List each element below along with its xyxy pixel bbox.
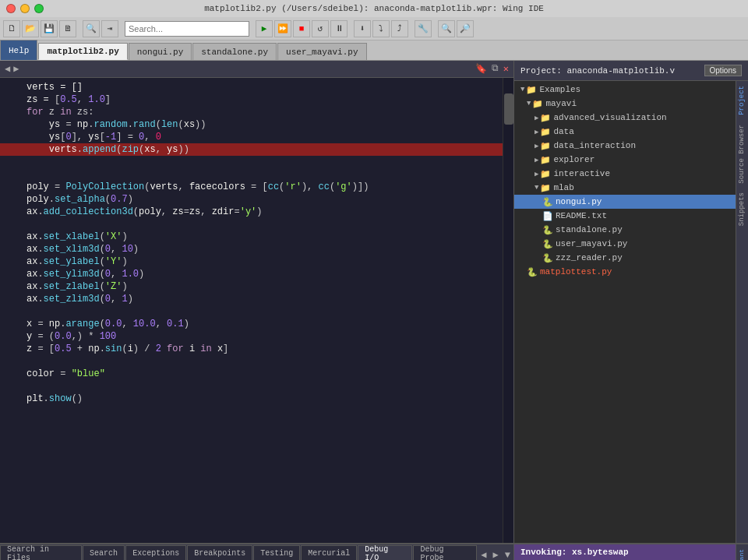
- run-debug-button[interactable]: ⏩: [274, 20, 291, 37]
- tree-item-standalone[interactable]: 🐍 standalone.py: [514, 223, 736, 237]
- tree-item-user-mayavi[interactable]: 🐍 user_mayavi.py: [514, 237, 736, 251]
- tree-item-data[interactable]: ▶ 📁 data: [514, 125, 736, 139]
- tree-item-mayavi[interactable]: ▼ 📁 mayavi: [514, 97, 736, 111]
- tree-item-matplottest[interactable]: 🐍 matplottest.py: [514, 265, 736, 279]
- bottom-layout: Search in Files Search Exceptions Breakp…: [0, 543, 748, 560]
- tab-standalone[interactable]: standalone.py: [192, 43, 277, 60]
- btab-search-files[interactable]: Search in Files: [0, 545, 82, 560]
- btab-testing[interactable]: Testing: [253, 545, 300, 560]
- project-header: Project: anaconda-matplotlib.v Options: [514, 61, 748, 81]
- run-button[interactable]: ▶: [256, 20, 273, 37]
- tree-arrow: ▼: [527, 100, 531, 107]
- code-block: verts = [] zs = [0.5, 1.0] for z in zs: …: [0, 78, 503, 408]
- source-assistant: Invoking: xs.byteswap Runtime type: func…: [514, 544, 736, 560]
- tools-button[interactable]: 🔧: [415, 20, 432, 37]
- project-tree: ▼ 📁 Examples ▼ 📁 mayavi ▶ 📁 advanced_vis…: [514, 81, 736, 543]
- nav-back-button[interactable]: ◀: [5, 63, 10, 75]
- py-special-icon: 🐍: [527, 267, 538, 277]
- side-tab-source-assistant[interactable]: Source Assistant: [736, 544, 746, 560]
- tab-matplotlib2[interactable]: matplotlib2.py: [38, 43, 127, 60]
- close-button[interactable]: [6, 4, 16, 13]
- btab-search[interactable]: Search: [83, 545, 125, 560]
- new-file-button[interactable]: 🗋: [3, 20, 20, 37]
- tree-arrow: ▶: [535, 142, 538, 150]
- tree-item-readme[interactable]: 📄 README.txt: [514, 209, 736, 223]
- sa-header-text: Invoking: xs.byteswap: [520, 548, 629, 557]
- zoom-out-button[interactable]: 🔎: [457, 20, 474, 37]
- bottom-right-side-tabs: Source Assistant ring Call Stack Indenta…: [736, 544, 748, 560]
- tree-arrow: ▼: [535, 184, 538, 192]
- tree-arrow: ▶: [535, 128, 538, 136]
- btab-debug-io[interactable]: Debug I/O: [358, 545, 412, 560]
- indent-button[interactable]: ⇥: [101, 20, 118, 37]
- tree-item-advanced-viz[interactable]: ▶ 📁 advanced_visualization: [514, 111, 736, 125]
- zoom-in-button[interactable]: 🔍: [438, 20, 455, 37]
- right-side-tabs: Project Source Browser Snippets: [736, 81, 748, 543]
- project-title: Project: anaconda-matplotlib.v: [520, 66, 675, 76]
- bottom-left: Search in Files Search Exceptions Breakp…: [0, 544, 514, 560]
- tree-item-zzz-reader[interactable]: 🐍 zzz_reader.py: [514, 251, 736, 265]
- tree-item-nongui[interactable]: 🐍 nongui.py: [514, 195, 736, 209]
- editor-scrollbar[interactable]: [503, 78, 513, 543]
- open-file-button[interactable]: 📂: [22, 20, 39, 37]
- tree-label: nongui.py: [556, 197, 602, 206]
- step-into-button[interactable]: ⬇: [354, 20, 371, 37]
- window-title: matplotlib2.py (/Users/sdeibel): anacond…: [204, 4, 544, 13]
- tab-nongui[interactable]: nongui.py: [129, 43, 192, 60]
- side-tab-source-browser[interactable]: Source Browser: [736, 120, 748, 188]
- folder-icon: 📁: [540, 141, 551, 151]
- tab-user-mayavi[interactable]: user_mayavi.py: [277, 43, 366, 60]
- nav-forward-button[interactable]: ▶: [13, 63, 19, 75]
- py-icon: 🐍: [542, 225, 553, 235]
- search-button-toolbar[interactable]: 🔍: [83, 20, 100, 37]
- tree-label: interactive: [553, 169, 610, 178]
- btab-scroll-right[interactable]: ▶: [490, 549, 502, 560]
- save-button[interactable]: 💾: [41, 20, 58, 37]
- btab-menu[interactable]: ▼: [502, 550, 513, 560]
- tree-label: standalone.py: [556, 225, 623, 234]
- btab-exceptions[interactable]: Exceptions: [125, 545, 186, 560]
- tree-label: README.txt: [556, 211, 607, 220]
- tree-item-data-interaction[interactable]: ▶ 📁 data_interaction: [514, 139, 736, 153]
- side-tab-project[interactable]: Project: [736, 81, 748, 120]
- folder-icon: 📁: [540, 113, 551, 123]
- tree-label: user_mayavi.py: [556, 239, 627, 248]
- maximize-button[interactable]: [34, 4, 44, 13]
- search-toolbar-input[interactable]: [125, 21, 249, 37]
- side-tab-snippets[interactable]: Snippets: [736, 188, 748, 231]
- pause-button[interactable]: ⏸: [330, 20, 348, 37]
- py-icon: 🐍: [542, 197, 553, 207]
- tree-arrow: ▼: [520, 86, 524, 93]
- right-main: Project: anaconda-matplotlib.v Options ▼…: [514, 61, 748, 543]
- tree-label: data: [553, 127, 573, 136]
- btab-scroll-left[interactable]: ◀: [478, 549, 489, 560]
- close-editor-button[interactable]: ✕: [503, 63, 509, 75]
- bottom-tabs: Search in Files Search Exceptions Breakp…: [0, 544, 513, 560]
- save-all-button[interactable]: 🗎: [59, 20, 76, 37]
- minimize-button[interactable]: [20, 4, 30, 13]
- stop-button[interactable]: ■: [293, 20, 310, 37]
- tree-label: data_interaction: [553, 141, 636, 150]
- tree-label: Examples: [539, 85, 580, 94]
- btab-debug-probe[interactable]: Debug Probe: [413, 545, 477, 560]
- editor-content-area[interactable]: verts = [] zs = [0.5, 1.0] for z in zs: …: [0, 78, 503, 543]
- restart-button[interactable]: ↺: [312, 20, 329, 37]
- folder-icon: 📁: [540, 155, 551, 165]
- btab-mercurial[interactable]: Mercurial: [301, 545, 357, 560]
- tree-label: mayavi: [545, 99, 577, 108]
- step-out-button[interactable]: ⤴: [391, 20, 408, 37]
- bottom-right-panel: Invoking: xs.byteswap Runtime type: func…: [514, 544, 748, 560]
- split-icon[interactable]: ⧉: [492, 63, 499, 75]
- project-options-button[interactable]: Options: [704, 65, 742, 76]
- step-over-button[interactable]: ⤵: [372, 20, 390, 37]
- tree-item-explorer[interactable]: ▶ 📁 explorer: [514, 153, 736, 167]
- btab-breakpoints[interactable]: Breakpoints: [187, 545, 252, 560]
- tree-item-mlab[interactable]: ▼ 📁 mlab: [514, 181, 736, 195]
- folder-icon: 📁: [532, 99, 543, 109]
- tree-item-interactive[interactable]: ▶ 📁 interactive: [514, 167, 736, 181]
- py-icon: 🐍: [542, 239, 553, 249]
- tab-help[interactable]: Help: [0, 40, 37, 60]
- folder-icon: 📁: [526, 85, 537, 95]
- tree-item-examples[interactable]: ▼ 📁 Examples: [514, 83, 736, 97]
- titlebar: matplotlib2.py (/Users/sdeibel): anacond…: [0, 0, 748, 17]
